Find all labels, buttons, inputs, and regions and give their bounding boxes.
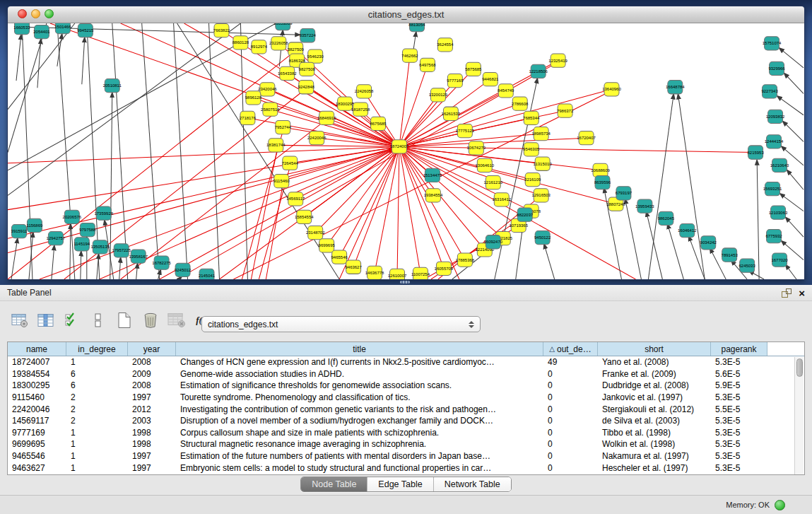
graph-node[interactable]: 16648784 <box>666 81 685 94</box>
graph-node[interactable]: 8860128 <box>233 36 249 49</box>
graph-node[interactable]: 19384554 <box>424 189 443 202</box>
graph-edge[interactable] <box>399 95 438 146</box>
graph-node[interactable]: 9546305 <box>523 143 540 156</box>
graph-node[interactable]: 9329966 <box>768 62 785 75</box>
graph-node[interactable]: 8357224 <box>300 29 317 42</box>
graph-node[interactable]: 9034242 <box>700 236 717 250</box>
graph-edge[interactable] <box>276 145 399 146</box>
graph-node[interactable]: 9945215 <box>77 24 94 37</box>
graph-edge[interactable] <box>174 23 188 279</box>
table-row[interactable]: 946362711997Embryonic stem cells: a mode… <box>8 462 804 474</box>
table-row[interactable]: 2242004622012Investigating the contribut… <box>8 403 804 415</box>
import-table-button-disabled[interactable] <box>167 310 187 330</box>
graph-node[interactable]: 10674270 <box>467 141 486 155</box>
graph-edge[interactable] <box>678 93 705 279</box>
graph-edge[interactable] <box>16 34 21 81</box>
graph-node[interactable]: 13959433 <box>635 199 654 213</box>
graph-node[interactable]: 13958167 <box>129 250 148 263</box>
graph-node[interactable]: 15134475 <box>423 168 442 182</box>
graph-node[interactable]: 18724007 <box>390 140 409 153</box>
graph-edge[interactable] <box>353 146 399 267</box>
graph-node[interactable]: 17885368 <box>456 253 475 267</box>
graph-node[interactable]: 7952744 <box>275 120 292 134</box>
table-selector-dropdown[interactable]: citations_edges.txt <box>201 316 481 332</box>
graph-edge[interactable] <box>785 264 796 279</box>
graph-node[interactable]: 9797588 <box>79 223 96 236</box>
graph-edge[interactable] <box>326 118 399 147</box>
close-window-icon[interactable] <box>18 9 27 18</box>
graph-node[interactable]: 15693251 <box>763 182 782 196</box>
graph-node[interactable]: 9242848 <box>298 81 315 94</box>
graph-edge[interactable] <box>399 146 420 274</box>
graph-node[interactable]: 14636778 <box>365 266 384 279</box>
graph-node[interactable]: 1145194 <box>73 238 90 251</box>
graph-node[interactable]: 23226058 <box>269 37 288 50</box>
graph-edge[interactable] <box>544 243 555 279</box>
minimize-window-icon[interactable] <box>31 9 40 18</box>
graph-node[interactable]: 12161210 <box>484 175 503 189</box>
graph-node[interactable]: 3915911 <box>11 224 28 238</box>
graph-node[interactable]: 13505135 <box>90 240 110 254</box>
graph-node[interactable]: 9227343 <box>761 85 778 98</box>
graph-node[interactable]: 14569117 <box>286 192 305 206</box>
graph-node[interactable]: 1677020 <box>771 253 788 267</box>
graph-node[interactable]: 12325419 <box>548 54 567 67</box>
row-tools-button[interactable] <box>88 310 108 330</box>
graph-node[interactable]: 13640960 <box>602 83 621 96</box>
graph-edge[interactable] <box>22 23 33 279</box>
graph-edge[interactable] <box>97 253 99 279</box>
close-panel-icon[interactable]: × <box>799 288 805 298</box>
float-panel-icon[interactable] <box>782 288 792 298</box>
graph-node[interactable]: 7986372 <box>557 104 574 117</box>
table-row[interactable]: 1938455462009Genome-wide association stu… <box>8 368 804 380</box>
window-title-bar[interactable]: citations_edges.txt <box>8 6 804 23</box>
column-header-in-degree[interactable]: in_degree <box>66 342 128 356</box>
graph-node[interactable]: 12916503 <box>531 189 551 202</box>
graph-node[interactable]: 6245033 <box>739 259 756 272</box>
tab-network-table[interactable]: Network Table <box>434 477 511 491</box>
graph-node[interactable]: 16261537 <box>442 107 461 120</box>
table-scrollbar[interactable] <box>794 357 804 474</box>
graph-node[interactable]: 9827508 <box>299 62 316 76</box>
create-new-table-button[interactable] <box>114 310 134 330</box>
graph-node[interactable]: 16210643 <box>770 158 789 172</box>
graph-node[interactable]: 8639596 <box>594 175 611 189</box>
graph-node[interactable]: 9465546 <box>331 250 348 264</box>
graph-edge[interactable] <box>266 184 283 279</box>
graph-node[interactable]: 6793197 <box>616 187 632 200</box>
graph-node[interactable]: 20510811 <box>103 79 122 93</box>
graph-edge[interactable] <box>119 257 121 279</box>
graph-edge[interactable] <box>81 250 81 279</box>
graph-node[interactable]: 2054401 <box>33 25 50 39</box>
table-row[interactable]: 969969511998Structural magnetic resonanc… <box>8 438 804 450</box>
graph-edge[interactable] <box>136 263 138 279</box>
graph-node[interactable]: 18187258 <box>351 103 370 116</box>
graph-node[interactable]: 16055709 <box>435 262 454 275</box>
graph-node[interactable]: 13064610 <box>476 158 495 172</box>
column-header-title[interactable]: title <box>176 342 543 356</box>
graph-node[interactable]: 7264544 <box>282 156 299 170</box>
graph-node[interactable]: 1660533 <box>13 23 30 35</box>
graph-node[interactable]: 23148702 <box>306 226 325 239</box>
column-header-pagerank[interactable]: pagerank <box>711 342 767 356</box>
graph-edge[interactable] <box>782 121 804 141</box>
graph-node[interactable]: 10688609 <box>591 163 610 177</box>
graph-node[interactable]: 12942757 <box>47 232 66 245</box>
graph-node[interactable]: 6775932 <box>765 230 782 243</box>
graph-edge[interactable] <box>399 146 755 152</box>
graph-node[interactable]: 3624554 <box>437 38 454 52</box>
table-row[interactable]: 977716911998Corpus callosum shape and si… <box>8 427 804 439</box>
graph-node[interactable]: 16543382 <box>278 66 297 80</box>
column-header-name[interactable]: name <box>8 342 66 356</box>
graph-node[interactable]: 9446821 <box>482 72 499 86</box>
graph-node[interactable]: 9245012 <box>175 263 192 276</box>
graph-node[interactable]: 11007254 <box>411 267 430 280</box>
column-header-year[interactable]: year <box>128 342 176 356</box>
scrollbar-thumb[interactable] <box>796 358 803 377</box>
graph-node[interactable]: 16092470 <box>484 235 503 249</box>
graph-edge[interactable] <box>37 38 41 88</box>
graph-node[interactable]: 9699695 <box>319 239 336 252</box>
graph-node[interactable]: 16316412 <box>492 193 511 206</box>
graph-node[interactable]: 2145041 <box>199 269 216 280</box>
graph-edge[interactable] <box>208 23 219 279</box>
